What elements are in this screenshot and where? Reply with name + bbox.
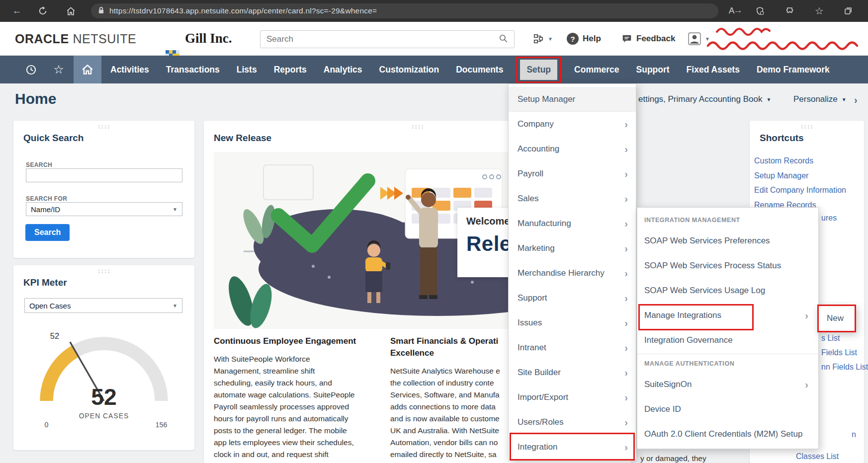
portlet-title: Shortcuts [760,133,804,144]
menu-marketing[interactable]: Marketing› [509,236,636,261]
shortcut-fragment[interactable]: n [852,430,856,439]
menu-company[interactable]: Company› [509,112,636,137]
logo-netsuite-text: NETSUITE [73,32,137,46]
menu-oauth-m2m-setup[interactable]: OAuth 2.0 Client Credentials (M2M) Setup [637,422,818,447]
menu-users-roles[interactable]: Users/Roles› [509,410,636,435]
portlet-drag-handle[interactable] [97,125,110,129]
nav-documents[interactable]: Documents [456,65,503,75]
tracking-prevention-shield-icon[interactable] [750,0,770,22]
menu-manage-integrations-new[interactable]: New [817,305,856,332]
menu-site-builder[interactable]: Site Builder› [509,360,636,385]
page-title: Home [15,90,56,107]
role-switcher[interactable]: ▼ [533,22,553,56]
menu-soap-web-services-process-status[interactable]: SOAP Web Services Process Status [637,253,818,278]
nav-fixed-assets[interactable]: Fixed Assets [687,65,740,75]
quick-search-input[interactable] [26,168,182,182]
article-title: Continuous Employee Engagement [214,335,356,347]
menu-soap-web-services-usage-log[interactable]: SOAP Web Services Usage Log [637,278,818,303]
menu-suitesignon[interactable]: SuiteSignOn› [637,372,818,397]
nav-support[interactable]: Support [636,65,670,75]
read-aloud-icon[interactable]: A⤍ [725,0,745,22]
shortcut-edit-company-information[interactable]: Edit Company Information [754,183,846,198]
feedback-button[interactable]: Feedback [621,22,675,56]
browser-refresh-icon[interactable] [33,0,53,22]
user-menu[interactable]: ▼ [688,22,710,56]
menu-device-id[interactable]: Device ID [637,397,818,422]
global-search[interactable] [260,30,515,48]
browser-back-icon[interactable]: ← [7,0,27,22]
portlet-drag-handle[interactable] [411,125,424,129]
menu-payroll[interactable]: Payroll› [509,161,636,186]
personalize-menu[interactable]: Personalize▼ [793,94,847,104]
shortcut-fragment[interactable]: Fields List [821,348,857,357]
menu-merchandise-hierarchy[interactable]: Merchandise Hierarchy› [509,261,636,286]
url-text: https://tstdrv1078643.app.netsuite.com/a… [109,6,377,15]
chevron-right-icon: › [805,310,808,321]
shortcut-setup-manager[interactable]: Setup Manager [754,168,846,183]
address-bar[interactable]: https://tstdrv1078643.app.netsuite.com/a… [91,3,718,18]
shortcut-fragment[interactable]: nn Fields List [821,363,868,372]
nav-customization[interactable]: Customization [379,65,439,75]
extensions-puzzle-icon[interactable] [781,0,800,22]
text-fragment: y or damaged, they [640,454,706,463]
kpi-select[interactable]: Open Cases▼ [24,298,182,313]
portlet-drag-handle[interactable] [97,269,110,274]
kpi-meter-portlet: KPI Meter Open Cases▼ 52 52 OPEN CASES 0… [13,265,194,450]
nav-reports[interactable]: Reports [274,65,307,75]
site-permissions-icon[interactable] [98,6,104,16]
menu-issues[interactable]: Issues› [509,310,636,335]
menu-setup-manager[interactable]: Setup Manager [509,87,636,112]
menu-import-export[interactable]: Import/Export› [509,385,636,410]
help-label: Help [583,34,601,44]
portlet-drag-handle[interactable] [800,125,813,129]
browser-home-icon[interactable] [61,0,81,22]
gauge-max: 156 [156,421,168,428]
article-title: Smart Financials & Operati [390,335,500,347]
home-tab[interactable] [74,56,101,83]
menu-integration-governance[interactable]: Integration Governance [637,328,818,353]
chevron-right-icon: › [624,442,628,453]
nav-demo-framework[interactable]: Demo Framework [757,65,830,75]
chevron-right-icon: › [624,243,628,254]
shortcuts-star-icon[interactable]: ☆ [48,56,70,83]
select-caret-icon: ▼ [173,207,177,212]
menu-integration[interactable]: Integration› [509,435,636,460]
global-search-input[interactable] [260,34,493,44]
shortcut-fragment[interactable]: Classes List [796,452,839,461]
search-for-select[interactable]: Name/ID▼ [26,202,182,216]
article-title: Excellence [390,347,500,359]
recent-records-clock-icon[interactable] [20,56,42,83]
chevron-right-icon: › [624,168,628,180]
layout-collapse-arrow[interactable]: › [854,94,858,106]
gauge-value: 52 [91,384,116,410]
company-name: Gill Inc. [185,31,232,46]
nav-setup[interactable]: Setup [520,60,557,80]
chevron-right-icon: › [624,367,628,379]
search-icon[interactable] [493,34,514,45]
accounting-book-selector[interactable]: ettings, Primary Accounting Book▼ [638,94,771,104]
menu-manufacturing[interactable]: Manufacturing› [509,211,636,236]
chevron-right-icon: › [624,218,628,230]
nav-analytics[interactable]: Analytics [324,65,362,75]
menu-soap-web-services-preferences[interactable]: SOAP Web Services Preferences [637,229,818,253]
menu-intranet[interactable]: Intranet› [509,335,636,360]
nav-transactions[interactable]: Transactions [166,65,220,75]
menu-sales[interactable]: Sales› [509,186,636,211]
shortcut-custom-records[interactable]: Custom Records [754,154,846,168]
menu-manage-integrations[interactable]: Manage Integrations› [637,303,818,328]
menu-support[interactable]: Support› [509,286,636,310]
shortcut-fragment[interactable]: s List [821,334,840,343]
collections-icon[interactable] [838,0,858,22]
nav-activities[interactable]: Activities [110,65,149,75]
menu-accounting[interactable]: Accounting› [509,137,636,161]
shortcut-fragment[interactable]: ures [821,214,837,223]
favorites-star-icon[interactable]: ☆ [809,0,829,22]
help-button[interactable]: ? Help [567,22,601,56]
chevron-right-icon: › [624,392,628,403]
oracle-netsuite-logo[interactable]: ORACLENETSUITE [15,32,136,46]
article-continuous-employee-engagement: Continuous Employee Engagement With Suit… [214,335,356,463]
nav-lists[interactable]: Lists [237,65,257,75]
search-button[interactable]: Search [25,224,70,241]
chevron-right-icon: › [624,193,628,205]
nav-commerce[interactable]: Commerce [574,65,619,75]
